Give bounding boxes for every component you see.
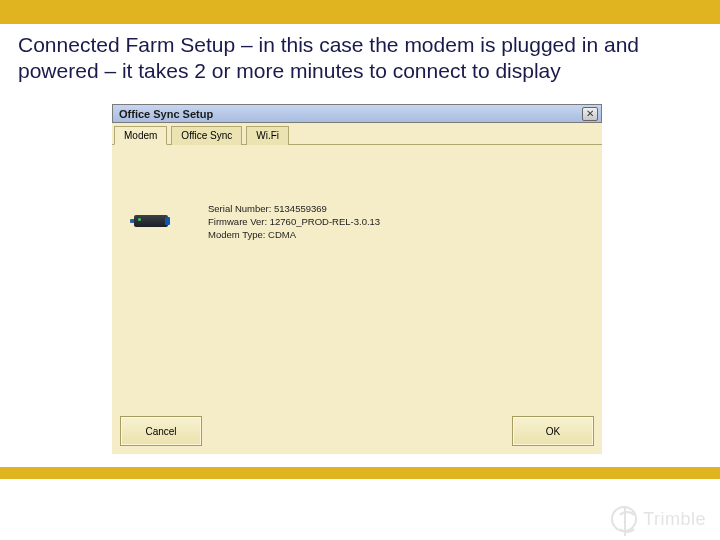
- close-button[interactable]: ✕: [582, 107, 598, 121]
- tab-label: Wi.Fi: [256, 130, 279, 141]
- firmware-row: Firmware Ver: 12760_PROD-REL-3.0.13: [208, 216, 380, 229]
- tab-office-sync[interactable]: Office Sync: [171, 126, 242, 145]
- tab-label: Modem: [124, 130, 157, 141]
- brand-watermark: Trimble: [611, 506, 706, 532]
- firmware-value: 12760_PROD-REL-3.0.13: [270, 216, 380, 227]
- tab-modem[interactable]: Modem: [114, 126, 167, 145]
- close-icon: ✕: [586, 109, 594, 119]
- modem-type-label: Modem Type:: [208, 229, 268, 240]
- firmware-label: Firmware Ver:: [208, 216, 270, 227]
- tab-row: Modem Office Sync Wi.Fi: [112, 123, 602, 145]
- modem-type-value: CDMA: [268, 229, 296, 240]
- tab-label: Office Sync: [181, 130, 232, 141]
- tab-wifi[interactable]: Wi.Fi: [246, 126, 289, 145]
- dialog-title: Office Sync Setup: [119, 108, 213, 120]
- modem-type-row: Modem Type: CDMA: [208, 229, 380, 242]
- serial-value: 5134559369: [274, 203, 327, 214]
- cancel-button[interactable]: Cancel: [120, 416, 202, 446]
- dialog-titlebar: Office Sync Setup ✕: [112, 104, 602, 123]
- modem-icon: [130, 211, 172, 231]
- button-label: Cancel: [145, 426, 176, 437]
- modem-info-block: Serial Number: 5134559369 Firmware Ver: …: [208, 203, 380, 241]
- dialog-button-bar: Cancel OK: [112, 414, 602, 454]
- ok-button[interactable]: OK: [512, 416, 594, 446]
- office-sync-setup-dialog: Office Sync Setup ✕ Modem Office Sync Wi…: [112, 104, 602, 454]
- slide-bottom-bar: [0, 467, 720, 479]
- button-label: OK: [546, 426, 560, 437]
- serial-row: Serial Number: 5134559369: [208, 203, 380, 216]
- serial-label: Serial Number:: [208, 203, 274, 214]
- slide-title: Connected Farm Setup – in this case the …: [18, 32, 708, 83]
- dialog-body: Serial Number: 5134559369 Firmware Ver: …: [112, 145, 602, 415]
- globe-icon: [611, 506, 637, 532]
- slide-top-bar: [0, 0, 720, 24]
- brand-name: Trimble: [643, 509, 706, 530]
